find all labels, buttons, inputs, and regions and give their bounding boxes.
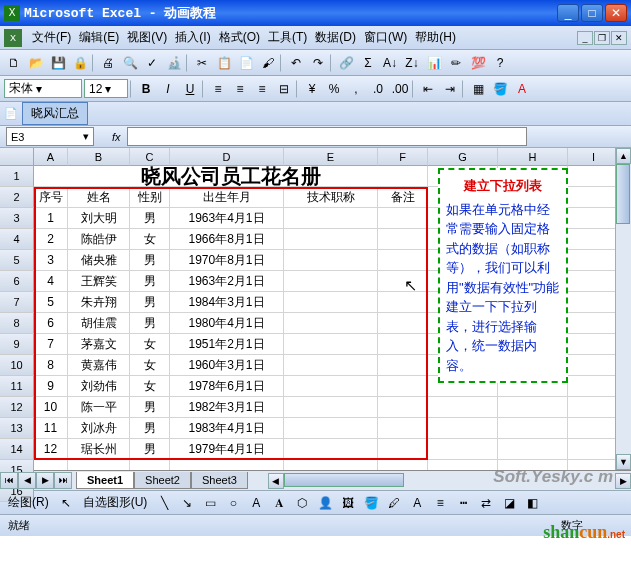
cell[interactable] (568, 334, 620, 355)
percent-icon[interactable]: % (324, 79, 344, 99)
comma-icon[interactable]: , (346, 79, 366, 99)
cell[interactable] (568, 166, 620, 187)
cell[interactable] (130, 460, 170, 470)
cell[interactable] (378, 271, 428, 292)
cell[interactable] (568, 418, 620, 439)
cell[interactable] (284, 355, 378, 376)
sheet-tab-3[interactable]: Sheet3 (191, 472, 248, 489)
paste-icon[interactable]: 📄 (236, 53, 256, 73)
cell[interactable] (498, 460, 568, 470)
increase-indent-icon[interactable]: ⇥ (440, 79, 460, 99)
sheet-tab-2[interactable]: Sheet2 (134, 472, 191, 489)
decrease-indent-icon[interactable]: ⇤ (418, 79, 438, 99)
line-icon[interactable]: ╲ (154, 493, 174, 513)
row-header[interactable]: 9 (0, 334, 34, 355)
sheet-nav-next-icon[interactable]: ▶ (36, 472, 54, 489)
cell[interactable] (284, 397, 378, 418)
cell[interactable]: 7 (34, 334, 68, 355)
name-box[interactable]: E3▾ (6, 127, 94, 146)
cell[interactable] (568, 208, 620, 229)
cell[interactable] (568, 229, 620, 250)
cell[interactable] (284, 460, 378, 470)
align-center-icon[interactable]: ≡ (230, 79, 250, 99)
cell[interactable] (378, 397, 428, 418)
row-header[interactable]: 4 (0, 229, 34, 250)
cell[interactable]: 1984年3月1日 (170, 292, 284, 313)
font-color-icon[interactable]: A (512, 79, 532, 99)
help-icon[interactable]: ? (490, 53, 510, 73)
clipart-icon[interactable]: 👤 (315, 493, 335, 513)
menu-file[interactable]: 文件(F) (28, 27, 75, 48)
cell[interactable] (378, 376, 428, 397)
cell[interactable] (378, 355, 428, 376)
cell[interactable] (378, 313, 428, 334)
cell[interactable] (68, 460, 130, 470)
sort-asc-icon[interactable]: A↓ (380, 53, 400, 73)
doc-close-button[interactable]: ✕ (611, 31, 627, 45)
cell[interactable]: 男 (130, 208, 170, 229)
cell[interactable] (378, 439, 428, 460)
col-header[interactable]: A (34, 148, 68, 166)
col-header[interactable]: C (130, 148, 170, 166)
cell[interactable]: 琚长州 (68, 439, 130, 460)
sheet-tab-1[interactable]: Sheet1 (76, 472, 134, 489)
cell[interactable]: 1978年6月1日 (170, 376, 284, 397)
cell[interactable] (568, 271, 620, 292)
cell[interactable] (378, 250, 428, 271)
select-all-corner[interactable] (0, 148, 34, 166)
dash-style-icon[interactable]: ┅ (453, 493, 473, 513)
cell[interactable]: 刘劲伟 (68, 376, 130, 397)
doc-minimize-button[interactable]: _ (577, 31, 593, 45)
cell[interactable] (284, 208, 378, 229)
row-header[interactable]: 1 (0, 166, 34, 187)
underline-button[interactable]: U (180, 79, 200, 99)
cell[interactable]: 1982年3月1日 (170, 397, 284, 418)
cell[interactable]: 黄嘉伟 (68, 355, 130, 376)
cell[interactable] (378, 208, 428, 229)
cell[interactable] (378, 418, 428, 439)
cell[interactable]: 陈皓伊 (68, 229, 130, 250)
workbook-icon[interactable]: X (4, 29, 22, 47)
fill-color-icon[interactable]: 🪣 (490, 79, 510, 99)
spell-icon[interactable]: ✓ (142, 53, 162, 73)
wordart-icon[interactable]: 𝐀 (269, 493, 289, 513)
cell[interactable] (428, 418, 498, 439)
cell[interactable]: 序号 (34, 187, 68, 208)
formula-input[interactable] (127, 127, 527, 146)
cell[interactable] (568, 187, 620, 208)
cell[interactable] (568, 292, 620, 313)
format-painter-icon[interactable]: 🖌 (258, 53, 278, 73)
col-header[interactable]: F (378, 148, 428, 166)
cell[interactable]: 刘冰舟 (68, 418, 130, 439)
row-header[interactable]: 7 (0, 292, 34, 313)
borders-icon[interactable]: ▦ (468, 79, 488, 99)
cell[interactable]: 出生年月 (170, 187, 284, 208)
row-header[interactable]: 13 (0, 418, 34, 439)
font-size-select[interactable]: 12▾ (84, 79, 128, 98)
cell[interactable] (498, 397, 568, 418)
row-header[interactable]: 10 (0, 355, 34, 376)
col-header[interactable]: G (428, 148, 498, 166)
cell[interactable]: 1 (34, 208, 68, 229)
cell[interactable] (284, 271, 378, 292)
row-header[interactable]: 12 (0, 397, 34, 418)
cell[interactable] (34, 460, 68, 470)
arrow-icon[interactable]: ↘ (177, 493, 197, 513)
line-color-icon[interactable]: 🖊 (384, 493, 404, 513)
cell[interactable]: 1963年4月1日 (170, 208, 284, 229)
cell[interactable] (498, 418, 568, 439)
cell[interactable]: 1966年8月1日 (170, 229, 284, 250)
cell[interactable] (378, 460, 428, 470)
cell[interactable]: 储央雅 (68, 250, 130, 271)
sort-desc-icon[interactable]: Z↓ (402, 53, 422, 73)
align-left-icon[interactable]: ≡ (208, 79, 228, 99)
cell[interactable]: 陈一平 (68, 397, 130, 418)
scroll-right-icon[interactable]: ▶ (615, 473, 631, 489)
col-header[interactable]: I (568, 148, 620, 166)
preview-icon[interactable]: 🔍 (120, 53, 140, 73)
cell[interactable]: 2 (34, 229, 68, 250)
bold-button[interactable]: B (136, 79, 156, 99)
cell[interactable] (568, 397, 620, 418)
currency-icon[interactable]: ¥ (302, 79, 322, 99)
cell[interactable]: 12 (34, 439, 68, 460)
